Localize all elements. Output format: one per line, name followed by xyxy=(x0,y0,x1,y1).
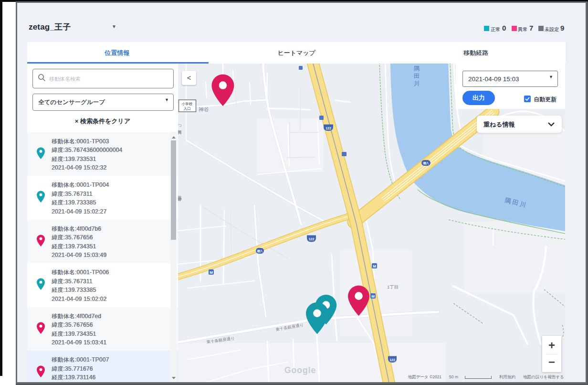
svg-text:1丁目: 1丁目 xyxy=(387,284,399,289)
svg-text:田: 田 xyxy=(414,73,420,79)
svg-text:122: 122 xyxy=(326,127,331,130)
svg-text:122: 122 xyxy=(389,358,395,362)
svg-text:環八: 環八 xyxy=(423,161,430,165)
svg-text:小学校: 小学校 xyxy=(181,102,193,106)
svg-text:M: M xyxy=(373,264,376,268)
svg-text:M: M xyxy=(210,270,213,275)
svg-text:環八: 環八 xyxy=(257,249,263,253)
svg-text:隅: 隅 xyxy=(414,65,420,72)
svg-text:M: M xyxy=(371,294,375,299)
svg-text:Google: Google xyxy=(284,365,316,375)
svg-text:入口: 入口 xyxy=(184,107,191,111)
svg-text:122: 122 xyxy=(309,237,315,241)
svg-text:神谷: 神谷 xyxy=(199,107,209,112)
svg-text:川: 川 xyxy=(414,80,420,87)
